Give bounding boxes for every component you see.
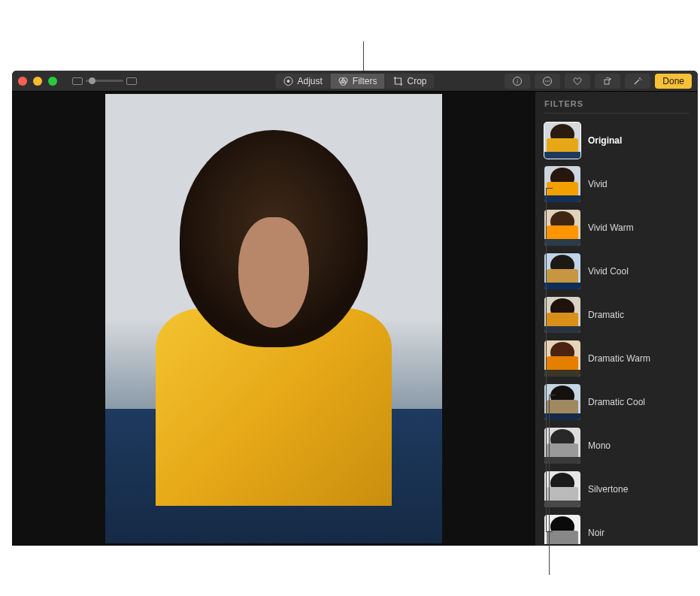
callout-bracket-sidebar [546, 188, 547, 532]
auto-enhance-button[interactable] [625, 74, 650, 89]
filter-item-mono[interactable]: Mono [544, 426, 689, 465]
filters-icon [338, 76, 349, 86]
filter-item-dramatic-cool[interactable]: Dramatic Cool [544, 383, 689, 422]
svg-point-8 [545, 80, 547, 82]
filter-label: Dramatic [588, 310, 624, 320]
filter-label: Dramatic Cool [588, 397, 645, 407]
heart-icon [572, 76, 583, 86]
filters-sidebar: FILTERS OriginalVividVivid WarmVivid Coo… [535, 92, 698, 546]
filter-thumbnail [544, 384, 580, 420]
svg-point-1 [286, 80, 289, 83]
filter-item-vivid-warm[interactable]: Vivid Warm [544, 208, 689, 247]
toolbar-right: i Done [505, 74, 692, 89]
filter-label: Vivid Warm [588, 222, 634, 233]
crop-tab[interactable]: Crop [386, 74, 435, 89]
rotate-icon [602, 76, 613, 86]
filter-label: Vivid Cool [588, 266, 629, 277]
done-button[interactable]: Done [655, 74, 692, 89]
svg-rect-11 [605, 80, 609, 84]
toolbar: Adjust Filters Crop i [12, 71, 698, 92]
filter-thumbnail [544, 340, 580, 377]
filter-label: Vivid [588, 179, 608, 189]
filters-panel-title: FILTERS [544, 99, 689, 113]
filter-thumbnail [544, 471, 580, 507]
svg-point-9 [547, 80, 549, 82]
filter-item-original[interactable]: Original [544, 121, 689, 160]
photo-face-region [238, 217, 309, 328]
filter-thumbnail [544, 428, 580, 464]
fullscreen-window-button[interactable] [48, 77, 57, 86]
window-controls [18, 77, 57, 86]
crop-label: Crop [408, 76, 427, 86]
filter-label: Silvertone [588, 484, 628, 495]
filter-thumbnail [544, 253, 580, 289]
filter-thumbnail [544, 123, 580, 159]
svg-text:i: i [517, 78, 518, 85]
filter-item-silvertone[interactable]: Silvertone [544, 470, 689, 509]
filter-label: Mono [588, 440, 611, 451]
rotate-button[interactable] [595, 74, 620, 89]
crop-icon [393, 76, 404, 86]
edit-mode-segmented-control: Adjust Filters Crop [275, 74, 434, 89]
zoom-in-icon [126, 77, 137, 85]
filter-thumbnail [544, 210, 580, 246]
filter-thumbnail [544, 166, 580, 202]
filter-thumbnail [544, 297, 580, 333]
callout-line-bottom [549, 395, 550, 575]
photo-viewer [12, 92, 535, 546]
zoom-out-icon [72, 77, 83, 85]
info-icon: i [512, 76, 523, 86]
callout-line-top [363, 41, 364, 71]
filter-label: Original [588, 135, 622, 146]
zoom-slider[interactable] [86, 80, 123, 82]
filters-tab[interactable]: Filters [331, 74, 386, 89]
minimize-window-button[interactable] [33, 77, 42, 86]
close-window-button[interactable] [18, 77, 27, 86]
filter-item-dramatic[interactable]: Dramatic [544, 295, 689, 334]
filter-label: Dramatic Warm [588, 353, 650, 364]
adjust-label: Adjust [297, 76, 322, 86]
adjust-icon [283, 76, 293, 86]
info-button[interactable]: i [505, 74, 530, 89]
more-button[interactable] [535, 74, 560, 89]
wand-icon [632, 76, 643, 86]
favorite-button[interactable] [565, 74, 590, 89]
photos-edit-window: Adjust Filters Crop i [12, 71, 698, 546]
filter-label: Noir [588, 528, 605, 538]
photo-subject [156, 130, 392, 525]
filter-item-vivid[interactable]: Vivid [544, 165, 689, 204]
ellipsis-circle-icon [542, 76, 553, 86]
zoom-slider-thumb[interactable] [89, 77, 95, 84]
done-label: Done [662, 76, 684, 86]
zoom-control [72, 77, 137, 85]
main-photo[interactable] [105, 94, 442, 543]
filters-label: Filters [353, 76, 377, 86]
filter-thumbnail [544, 515, 580, 546]
filter-item-noir[interactable]: Noir [544, 513, 689, 546]
svg-point-10 [549, 80, 550, 82]
filter-item-dramatic-warm[interactable]: Dramatic Warm [544, 339, 689, 378]
filter-item-vivid-cool[interactable]: Vivid Cool [544, 252, 689, 291]
adjust-tab[interactable]: Adjust [275, 74, 330, 89]
filter-list: OriginalVividVivid WarmVivid CoolDramati… [544, 121, 689, 546]
content-area: FILTERS OriginalVividVivid WarmVivid Coo… [12, 92, 698, 546]
